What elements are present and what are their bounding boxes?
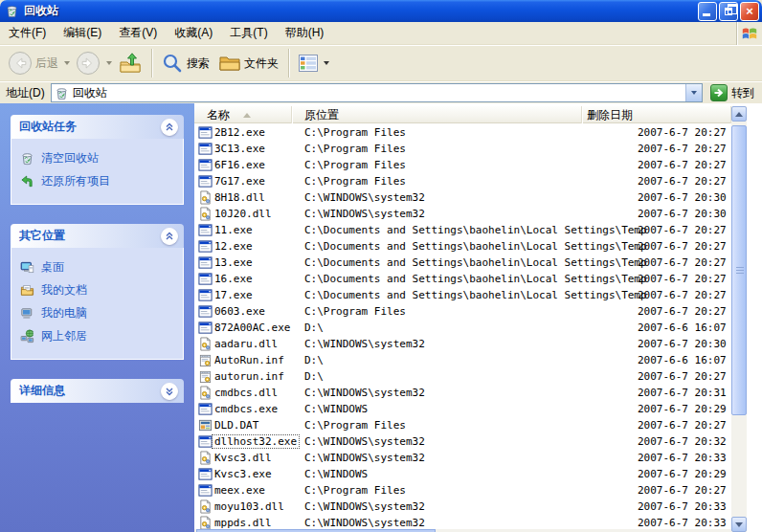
go-button[interactable]: 转到 [703,84,758,101]
file-deleted-date: 2007-6-7 20:27 [638,240,727,253]
file-row[interactable]: meex.exeC:\Program Files2007-6-7 20:27 [194,482,731,499]
file-original-location: C:\Documents and Settings\baohelin\Local… [304,256,647,269]
sidebar-item[interactable]: 我的文档 [20,282,179,299]
vertical-scrollbar[interactable] [731,106,747,532]
file-row[interactable]: AutoRun.infD:\2007-6-6 16:07 [194,352,731,368]
chevron-up-icon[interactable] [161,228,178,245]
file-row[interactable]: DLD.DATC:\Program Files2007-6-7 20:27 [194,417,731,433]
back-dropdown-icon[interactable] [64,61,70,65]
file-row[interactable]: cmdbcs.exeC:\WINDOWS2007-6-7 20:29 [194,401,731,417]
main-area: 回收站任务清空回收站还原所有项目其它位置桌面我的文档我的电脑网上邻居详细信息 名… [0,103,762,532]
file-row[interactable]: 0603.exeC:\Program Files2007-6-7 20:27 [194,303,731,320]
file-name: 2B12.exe [213,126,267,139]
file-original-location: C:\WINDOWS\system32 [304,208,425,220]
up-button[interactable] [114,49,146,78]
sidebar-item[interactable]: 清空回收站 [20,150,179,166]
views-button[interactable] [294,52,336,75]
sidebar-item[interactable]: 还原所有项目 [20,173,179,189]
file-original-location: C:\WINDOWS [304,403,368,415]
close-button[interactable]: × [740,2,759,21]
file-row[interactable]: autorun.infD:\2007-6-7 20:27 [194,368,731,385]
file-original-location: C:\Program Files [304,484,406,497]
folders-button[interactable]: 文件夹 [214,52,283,75]
scroll-up-button[interactable] [731,106,747,122]
menu-item[interactable]: 帮助(H) [277,21,333,45]
file-row[interactable]: 12.exeC:\Documents and Settings\baohelin… [194,238,731,255]
file-deleted-date: 2007-6-7 20:29 [638,403,727,415]
file-original-location: D:\ [304,354,324,366]
column-header-location[interactable]: 原位置 [292,106,582,123]
panel-header-other-places[interactable]: 其它位置 [11,224,184,248]
close-icon: × [746,5,753,17]
file-row[interactable]: 872A00AC.exeD:\2007-6-6 16:07 [194,320,731,336]
address-input[interactable]: 回收站 [51,83,703,102]
file-row[interactable]: moyu103.dllC:\WINDOWS\system322007-6-7 2… [194,499,731,515]
file-row[interactable]: Kvsc3.dllC:\WINDOWS\system322007-6-7 20:… [194,450,731,466]
file-row[interactable]: 2B12.exeC:\Program Files2007-6-7 20:27 [194,124,731,141]
sidebar-item-label: 清空回收站 [41,150,99,166]
menu-item[interactable]: 收藏(A) [166,21,221,45]
panel-body: 桌面我的文档我的电脑网上邻居 [11,248,184,360]
folders-label: 文件夹 [244,55,279,72]
panel-header-details[interactable]: 详细信息 [11,379,184,403]
file-row[interactable]: 7G17.exeC:\Program Files2007-6-7 20:27 [194,173,731,189]
sidebar-item-label: 还原所有项目 [41,173,110,189]
exe-file-icon [198,434,213,449]
file-row[interactable]: 8H18.dllC:\WINDOWS\system322007-6-7 20:3… [194,189,731,206]
file-deleted-date: 2007-6-7 20:30 [638,338,727,350]
menu-item[interactable]: 工具(T) [221,21,276,45]
menu-item[interactable]: 文件(F) [0,21,55,45]
forward-button[interactable] [72,49,104,78]
column-label: 名称 [207,107,230,123]
menu-item[interactable]: 查看(V) [110,21,166,45]
restore-button[interactable] [719,2,738,21]
sidebar-item[interactable]: 我的电脑 [20,305,179,321]
file-row[interactable]: 10J20.dllC:\WINDOWS\system322007-6-7 20:… [194,206,731,222]
file-deleted-date: 2007-6-7 20:27 [638,224,727,236]
scroll-down-button[interactable] [731,517,747,532]
address-dropdown-button[interactable] [685,84,702,101]
back-button[interactable]: 后退 [4,49,62,78]
file-deleted-date: 2007-6-7 20:27 [638,370,727,383]
file-deleted-date: 2007-6-7 20:30 [638,208,727,220]
file-row[interactable]: 6F16.exeC:\Program Files2007-6-7 20:27 [194,157,731,173]
sidebar-item[interactable]: 桌面 [20,259,179,276]
file-deleted-date: 2007-6-7 20:31 [638,387,727,399]
column-header-name[interactable]: 名称 [194,106,292,123]
address-bar: 地址(D) 回收站 转到 [0,81,762,103]
file-deleted-date: 2007-6-7 20:27 [638,305,727,318]
file-row[interactable]: cmdbcs.dllC:\WINDOWS\system322007-6-7 20… [194,385,731,401]
chevron-up-icon[interactable] [161,119,178,136]
file-row[interactable]: Kvsc3.exeC:\WINDOWS2007-6-7 20:29 [194,466,731,482]
file-deleted-date: 2007-6-7 20:30 [638,191,727,204]
file-deleted-date: 2007-6-7 20:27 [638,419,727,432]
file-row[interactable]: 17.exeC:\Documents and Settings\baohelin… [194,287,731,303]
panel-header-recycle-tasks[interactable]: 回收站任务 [11,115,184,139]
file-name: 8H18.dll [213,191,267,204]
minimize-button[interactable] [698,2,717,21]
address-label: 地址(D) [4,85,51,101]
dll-file-icon [198,386,213,400]
search-icon [162,53,183,74]
file-row[interactable]: aadaru.dllC:\WINDOWS\system322007-6-7 20… [194,336,731,352]
file-row[interactable]: 13.exeC:\Documents and Settings\baohelin… [194,255,731,271]
file-row[interactable]: 3C13.exeC:\Program Files2007-6-7 20:27 [194,141,731,157]
menu-item[interactable]: 编辑(E) [55,21,110,45]
chevron-down-icon[interactable] [161,383,178,400]
file-deleted-date: 2007-6-7 20:27 [638,484,727,497]
file-original-location: C:\WINDOWS\system32 [304,517,425,529]
forward-dropdown-icon[interactable] [106,61,112,65]
scrollbar-thumb[interactable] [731,125,747,415]
file-original-location: C:\Documents and Settings\baohelin\Local… [304,289,647,301]
restore-window-icon [725,8,732,15]
file-name: 7G17.exe [213,175,267,188]
forward-arrow-icon [76,51,101,76]
file-row[interactable]: 16.exeC:\Documents and Settings\baohelin… [194,271,731,287]
file-row[interactable]: 11.exeC:\Documents and Settings\baohelin… [194,222,731,238]
sidebar-item[interactable]: 网上邻居 [20,328,179,344]
file-name: aadaru.dll [213,338,280,350]
search-button[interactable]: 搜索 [157,50,214,77]
column-header-deleted[interactable]: 删除日期 [582,106,731,123]
file-row[interactable]: dllhost32.exeC:\WINDOWS\system322007-6-7… [194,433,731,450]
chevron-up-icon [735,112,743,117]
